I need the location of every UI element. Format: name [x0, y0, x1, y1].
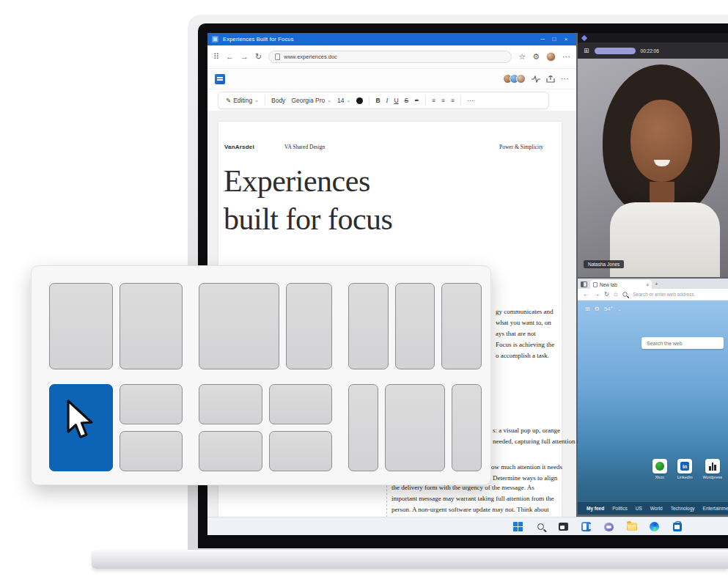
start-taskbar-icon[interactable]	[512, 520, 524, 533]
store-taskbar-icon[interactable]	[671, 520, 683, 533]
grid-icon[interactable]: ⊞	[585, 306, 590, 312]
window-titlebar[interactable]: Experiences Built for Focus ─ □ ×	[207, 33, 576, 45]
refresh-icon[interactable]: ↻	[604, 291, 609, 298]
widgets-taskbar-icon[interactable]	[580, 520, 592, 533]
snap-zone[interactable]	[348, 384, 378, 471]
teams-icon	[581, 34, 587, 40]
snap-zone[interactable]	[441, 283, 482, 369]
search-input[interactable]: Search the web	[641, 337, 724, 349]
browser-tab[interactable]: New tab ×	[590, 280, 652, 289]
edge-taskbar-icon[interactable]	[648, 520, 661, 533]
shortcut-label: LinkedIn	[677, 475, 693, 479]
mouse-cursor	[65, 399, 98, 442]
word-logo-icon[interactable]	[215, 74, 225, 84]
profile-avatar[interactable]	[546, 52, 556, 62]
new-tab-page: ⊞ ⚙ 54° ⌄ Search the web XboxinLinkedInW…	[578, 301, 728, 515]
forward-icon[interactable]: →	[594, 291, 600, 298]
window-title: Experiences Built for Focus	[223, 36, 537, 43]
file-explorer-taskbar-icon[interactable]	[625, 520, 638, 533]
doc-subtitle: VA Shared Design	[284, 144, 325, 150]
refresh-icon[interactable]: ↻	[255, 53, 262, 61]
participant-shirt	[610, 202, 720, 277]
word-app-bar: ⋯	[207, 69, 576, 89]
paragraph-fragment: gy communicates andwhat you want to, ona…	[496, 306, 554, 361]
activity-icon[interactable]	[532, 75, 540, 83]
bold-button[interactable]: B	[375, 97, 380, 104]
home-icon[interactable]: ⌂	[614, 291, 617, 298]
strikethrough-button[interactable]: S	[405, 97, 409, 104]
pencil-icon: ✎	[226, 97, 231, 104]
news-category[interactable]: Politics	[612, 506, 628, 511]
close-button[interactable]: ×	[560, 36, 572, 43]
snap-zone[interactable]	[269, 431, 333, 471]
snap-zone[interactable]	[199, 283, 279, 369]
shortcut-xbox[interactable]: Xbox	[652, 459, 667, 479]
address-url: www.experiences.doc	[284, 54, 337, 60]
appbar-more-icon[interactable]: ⋯	[561, 75, 569, 83]
tab-close-icon[interactable]: ×	[646, 282, 649, 287]
snap-zone[interactable]	[120, 431, 183, 471]
highlighter-icon[interactable]: ✒	[414, 97, 419, 104]
browser-settings-icon[interactable]: ⚙	[532, 53, 540, 61]
meeting-titlebar[interactable]	[578, 33, 728, 43]
forward-icon[interactable]: →	[240, 53, 249, 61]
new-tab-icon[interactable]: +	[655, 281, 658, 287]
snap-zone[interactable]	[120, 384, 183, 424]
font-dropdown[interactable]: Georgia Pro ⌄	[291, 97, 331, 104]
snap-layout-two-wide-left	[199, 283, 332, 369]
shortcut-linkedin[interactable]: inLinkedIn	[677, 459, 693, 479]
snap-zone[interactable]	[348, 283, 389, 369]
align-icon[interactable]: ≡	[451, 97, 455, 104]
maximize-button[interactable]: □	[548, 36, 560, 43]
bullet-list-icon[interactable]: ≡	[432, 97, 435, 104]
doc-text-line: what you want to, on	[496, 317, 554, 328]
news-category[interactable]: US	[636, 506, 642, 511]
underline-button[interactable]: U	[394, 97, 398, 104]
numbered-list-icon[interactable]: ≡	[441, 97, 445, 104]
back-icon[interactable]: ←	[583, 291, 589, 298]
favorites-icon[interactable]: ☆	[518, 53, 526, 61]
snap-zone[interactable]	[120, 283, 183, 369]
snap-layout-three-columns	[348, 283, 482, 369]
font-size-dropdown[interactable]: 14 ⌄	[337, 97, 350, 104]
snap-zone[interactable]	[286, 283, 332, 369]
toolbar-more-icon[interactable]: ⋯	[467, 97, 474, 104]
bars-icon	[709, 463, 716, 471]
snap-zone[interactable]	[385, 384, 445, 471]
news-category[interactable]: World	[650, 506, 663, 511]
news-category[interactable]: My feed	[587, 506, 604, 511]
search-taskbar-icon[interactable]	[534, 520, 547, 533]
news-category[interactable]: Entertainment	[703, 506, 728, 511]
italic-button[interactable]: I	[386, 97, 389, 104]
snap-zone[interactable]	[199, 384, 262, 424]
gallery-view-icon[interactable]: ⊞	[584, 48, 589, 54]
apps-grid-icon[interactable]: ⠿	[213, 53, 219, 61]
style-dropdown[interactable]: Body	[271, 97, 285, 104]
address-placeholder[interactable]: Search or enter web address	[633, 292, 694, 297]
task-view-taskbar-icon[interactable]	[557, 520, 570, 533]
minimize-button[interactable]: ─	[537, 36, 548, 43]
news-category[interactable]: Technology	[671, 506, 695, 511]
site-shortcuts: XboxinLinkedInWordpress	[652, 459, 722, 479]
snap-zone[interactable]	[452, 384, 482, 471]
more-menu-icon[interactable]: ⋯	[562, 53, 570, 61]
address-bar[interactable]: www.experiences.doc	[268, 51, 512, 63]
snap-zone[interactable]	[395, 283, 435, 369]
snap-zone[interactable]	[269, 384, 333, 424]
snap-layouts-flyout	[31, 265, 491, 485]
editing-mode-dropdown[interactable]: ✎ Editing ⌄	[226, 97, 259, 104]
shortcut-wordpress[interactable]: Wordpress	[703, 459, 723, 479]
chevron-down-icon: ⌄	[327, 97, 331, 103]
gear-icon[interactable]: ⚙	[595, 306, 600, 312]
vertical-tabs-icon[interactable]	[581, 281, 587, 287]
snap-zone[interactable]	[49, 283, 113, 369]
back-icon[interactable]: ←	[226, 53, 234, 61]
snap-zone[interactable]	[199, 431, 262, 471]
tab-bar: New tab × +	[578, 279, 728, 289]
font-color-button[interactable]	[356, 97, 363, 104]
meeting-timer: 00:22:06	[641, 48, 659, 54]
weather-widget[interactable]: ⊞ ⚙ 54° ⌄	[585, 306, 622, 312]
share-icon[interactable]	[546, 75, 555, 83]
chat-taskbar-icon[interactable]	[603, 520, 615, 533]
participant-face	[630, 100, 692, 182]
